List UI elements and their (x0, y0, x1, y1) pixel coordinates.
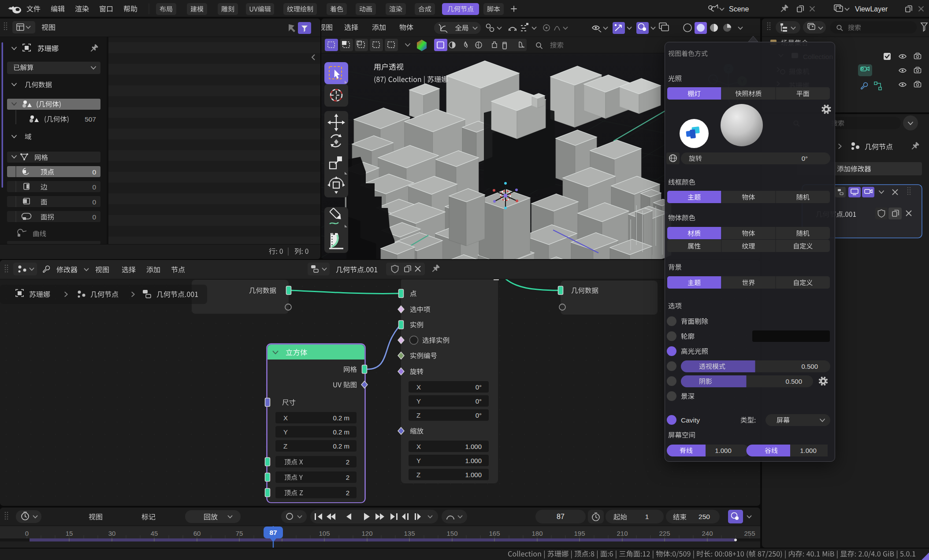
svg-text:0: 0 (92, 213, 96, 221)
svg-text:X: X (283, 414, 288, 422)
svg-text:250: 250 (699, 513, 710, 520)
svg-text:X: X (416, 383, 421, 391)
svg-text:Y: Y (416, 457, 421, 464)
svg-text:0: 0 (92, 168, 96, 176)
svg-text:2: 2 (346, 458, 349, 466)
svg-text:0°: 0° (476, 397, 482, 405)
svg-text:1: 1 (645, 513, 649, 520)
svg-text:Z: Z (416, 412, 420, 419)
svg-text:0.2 m: 0.2 m (333, 442, 349, 450)
svg-text:2: 2 (346, 474, 349, 481)
svg-text:0: 0 (92, 198, 96, 206)
svg-text:Z: Z (283, 442, 287, 450)
svg-text:0.2 m: 0.2 m (333, 414, 349, 422)
svg-text:Y: Y (283, 428, 288, 436)
svg-text:0°: 0° (476, 383, 482, 391)
svg-text:Z: Z (416, 471, 420, 478)
svg-text:0: 0 (92, 183, 96, 191)
svg-text:X: X (416, 443, 421, 450)
svg-text:Y: Y (416, 397, 421, 405)
svg-text:2: 2 (346, 489, 349, 497)
svg-text:0°: 0° (476, 412, 482, 419)
svg-text:Scene: Scene (729, 5, 749, 13)
svg-text:1.000: 1.000 (465, 471, 482, 478)
svg-text:ViewLayer: ViewLayer (855, 5, 888, 13)
svg-text:87: 87 (557, 513, 565, 520)
svg-text:87: 87 (269, 529, 277, 536)
svg-text:0.2 m: 0.2 m (333, 428, 349, 436)
svg-text:1.000: 1.000 (465, 443, 482, 450)
svg-text:507: 507 (85, 115, 96, 123)
svg-text:1.000: 1.000 (465, 457, 482, 464)
